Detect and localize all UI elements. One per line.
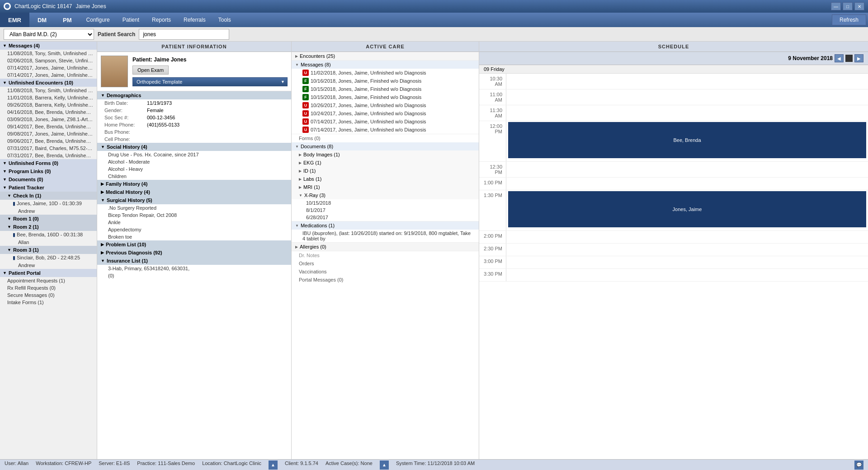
messages-header[interactable]: ▼ Messages (8) [292, 61, 479, 69]
list-item[interactable]: 03/09/2018, Jones, Jaime, Z98.1-Arthrode [0, 116, 97, 123]
list-item[interactable]: U 07/14/2017, Jones, Jaime, Unfinished w… [292, 126, 479, 134]
medications-header[interactable]: ▼ Medications (1) [292, 221, 479, 230]
status-left: User: Allan Workstation: CFREW-HP Server… [5, 461, 475, 470]
demographics-header[interactable]: ▼ Demographics [97, 91, 291, 99]
list-item[interactable]: 09/06/2017, Bee, Brenda, Unfinished w/o [0, 137, 97, 145]
status-up-icon-2[interactable]: ▲ [380, 461, 389, 470]
sidebar-documents[interactable]: ▼ Documents (0) [0, 175, 97, 183]
close-button[interactable]: ✕ [854, 2, 864, 10]
list-item[interactable]: F 10/15/2018, Jones, Jaime, Finished w/o… [292, 85, 479, 93]
provider-select[interactable]: Allan Baird M.D. (2) [4, 29, 94, 40]
maximize-button[interactable]: □ [843, 2, 853, 10]
template-select[interactable]: Orthopedic Template [132, 77, 288, 86]
sidebar-messages-header[interactable]: ▼ Messages (4) [0, 42, 97, 50]
sidebar-unfinished-forms[interactable]: ▼ Unfinished Forms (0) [0, 159, 97, 167]
list-item[interactable]: Intake Forms (1) [0, 299, 97, 306]
sidebar-room3[interactable]: ▼ Room 3 (1) [0, 246, 97, 254]
labs-header[interactable]: ▶ Labs (1) [292, 175, 479, 183]
medical-history-header[interactable]: ▶ Medical History (4) [97, 188, 291, 196]
list-item[interactable]: 8/1/2017 [292, 207, 479, 214]
sidebar-program-links[interactable]: ▼ Program Links (0) [0, 167, 97, 175]
sidebar-room1[interactable]: ▼ Room 1 (0) [0, 215, 97, 223]
forms-header[interactable]: Forms (0) [292, 134, 479, 142]
schedule-view-button[interactable] [845, 55, 853, 62]
list-item[interactable]: 04/16/2018, Bee, Brenda, Unfinished w/o [0, 108, 97, 116]
tab-dm[interactable]: DM [29, 13, 55, 27]
schedule-next-button[interactable]: ▶ [854, 54, 863, 62]
list-item[interactable]: 07/14/2017, Jones, Jaime, Unfinished w/o [0, 71, 97, 79]
list-item[interactable]: 07/14/2017, Jones, Jaime, Unfinished w/o [0, 64, 97, 71]
sidebar-patient-tracker[interactable]: ▼ Patient Tracker [0, 183, 97, 192]
chat-icon[interactable]: 💬 [854, 461, 863, 470]
list-item[interactable]: F 10/15/2018, Jones, Jaime, Finished w/o… [292, 93, 479, 101]
problem-list-header[interactable]: ▶ Problem List (10) [97, 240, 291, 249]
list-item[interactable]: 11/01/2018, Barrera, Kelly, Unfinished w… [0, 94, 97, 101]
list-item[interactable]: U 11/02/2018, Jones, Jaime, Unfinished w… [292, 69, 479, 77]
list-item[interactable]: 07/31/2017, Bee, Brenda, Unfinished w/o … [0, 152, 97, 159]
list-item[interactable]: U 07/14/2017, Jones, Jaime, Unfinished w… [292, 118, 479, 126]
ekg-header[interactable]: ▶ EKG (1) [292, 159, 479, 167]
list-item[interactable]: 07/31/2017, Baird, Charles, M75.52-Bursi… [0, 145, 97, 152]
refresh-button[interactable]: Refresh [832, 14, 866, 25]
status-workstation: Workstation: CFREW-HP [36, 461, 91, 470]
list-item[interactable]: Rx Refill Requests (0) [0, 284, 97, 291]
social-history-header[interactable]: ▼ Social History (4) [97, 143, 291, 151]
menu-reports[interactable]: Reports [146, 13, 177, 27]
list-item[interactable]: 09/26/2018, Barrera, Kelly, Unfinished w… [0, 101, 97, 108]
allergies-expand-icon: ▶ [295, 245, 298, 249]
schedule-prev-button[interactable]: ◀ [835, 54, 844, 62]
open-exam-button[interactable]: Open Exam [132, 66, 169, 75]
status-up-icon[interactable]: ▲ [269, 461, 278, 470]
documents-header[interactable]: ▼ Documents (8) [292, 142, 479, 150]
encounters-header[interactable]: ▶ Encounters (25) [292, 52, 479, 60]
list-item[interactable]: 11/08/2018, Tony, Smith, Unfinished w/o … [0, 87, 97, 94]
body-images-header[interactable]: ▶ Body Images (1) [292, 150, 479, 159]
list-item[interactable]: Appointment Requests (1) [0, 277, 97, 284]
list-item[interactable]: ▮ Jones, Jaime, 10D - 01:30:39 [0, 200, 97, 207]
list-item[interactable]: U 10/24/2017, Jones, Jaime, Unfinished w… [292, 109, 479, 118]
portal-messages-header[interactable]: Portal Messages (0) [292, 276, 479, 284]
xray-header[interactable]: ▼ X-Ray (3) [292, 191, 479, 199]
list-item[interactable]: 11/08/2018, Tony, Smith, Unfinished w/o … [0, 50, 97, 57]
sidebar-room2[interactable]: ▼ Room 2 (1) [0, 223, 97, 231]
family-history-header[interactable]: ▶ Family History (4) [97, 180, 291, 188]
menu-tools[interactable]: Tools [212, 13, 237, 27]
tab-pm[interactable]: PM [55, 13, 80, 27]
user-name: Jaime Jones [75, 3, 106, 9]
surgical-history-header[interactable]: ▼ Surgical History (5) [97, 196, 291, 204]
appointment-block-jones[interactable]: Jones, Jaime [508, 191, 866, 227]
list-item[interactable]: ▮ Bee, Brenda, 160D - 00:31:38 [0, 231, 97, 239]
list-item[interactable]: 02/06/2018, Sampson, Stevie, Unfinished … [0, 57, 97, 64]
orders-header[interactable]: Orders [292, 259, 479, 268]
list-item[interactable]: 09/08/2017, Jones, Jaime, Unfinished w/o [0, 130, 97, 137]
menu-patient[interactable]: Patient [116, 13, 146, 27]
previous-diagnosis-header[interactable]: ▶ Previous Diagnosis (92) [97, 249, 291, 257]
list-item[interactable]: F 10/16/2018, Jones, Jaime, Finished w/o… [292, 77, 479, 85]
allergies-header[interactable]: ▶ Allergies (0) [292, 243, 479, 251]
sidebar-checkin[interactable]: ▼ Check In (1) [0, 192, 97, 200]
tab-emr[interactable]: EMR [0, 13, 29, 27]
list-item[interactable]: U 10/26/2017, Jones, Jaime, Unfinished w… [292, 101, 479, 109]
status-unfinished-icon: U [302, 110, 309, 117]
sidebar-patient-portal[interactable]: ▼ Patient Portal [0, 269, 97, 277]
minimize-button[interactable]: — [831, 2, 841, 10]
id-header[interactable]: ▶ ID (1) [292, 167, 479, 175]
list-item[interactable]: 6/28/2017 [292, 214, 479, 221]
vaccinations-header[interactable]: Vaccinations [292, 268, 479, 276]
list-item[interactable]: Secure Messages (0) [0, 291, 97, 299]
list-item[interactable]: 09/14/2017, Bee, Brenda, Unfinished w/o [0, 123, 97, 130]
encounters-section: ▶ Encounters (25) [292, 52, 479, 61]
appointment-block-bee[interactable]: Bee, Brenda [508, 122, 866, 158]
jones-jaime-appointment[interactable]: Jones, Jaime [506, 190, 868, 230]
mri-header[interactable]: ▶ MRI (1) [292, 183, 479, 191]
list-item[interactable]: ▮ Sinclair, Bob, 26D - 22:48:25 [0, 254, 97, 262]
sidebar-unfinished-header[interactable]: ▼ Unfinished Encounters (10) [0, 79, 97, 87]
dr-notes-header[interactable]: Dr. Notes [292, 251, 479, 259]
menu-configure[interactable]: Configure [80, 13, 116, 27]
bee-brenda-appointment[interactable]: Bee, Brenda [506, 121, 868, 161]
patient-search-input[interactable] [139, 29, 229, 40]
insurance-list-header[interactable]: ▼ Insurance List (1) [97, 257, 291, 265]
list-item[interactable]: 10/15/2018 [292, 199, 479, 207]
list-item[interactable]: IBU (ibuprofen), (last: 10/26/2018) star… [292, 230, 479, 242]
menu-referrals[interactable]: Referrals [177, 13, 212, 27]
